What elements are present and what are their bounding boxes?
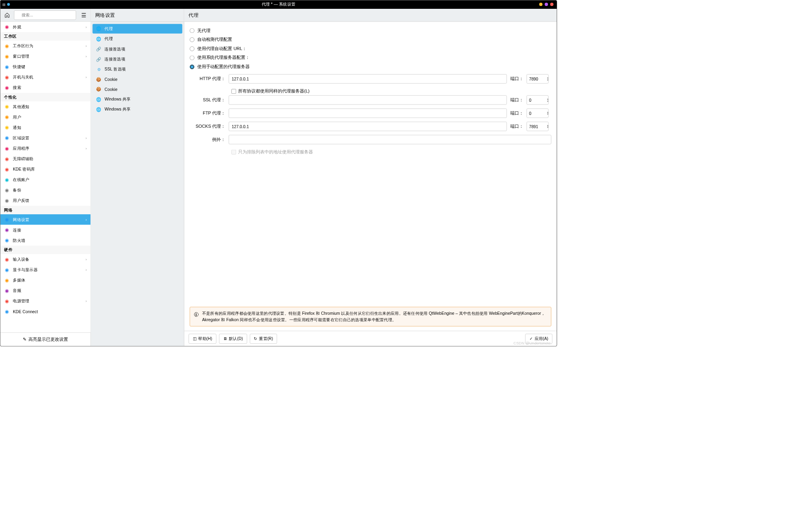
proxy-mode-radio-row[interactable]: 无代理 <box>190 26 551 35</box>
sidebar-item-label: 音频 <box>13 288 21 293</box>
hamburger-menu[interactable]: ☰ <box>79 10 88 20</box>
sidebar-item[interactable]: ◉无障碍辅助 <box>0 153 91 164</box>
ftp-proxy-input[interactable] <box>229 109 507 118</box>
sublist-icon: 🌐 <box>96 107 102 112</box>
sidebar-item[interactable]: ◉显卡与显示器› <box>0 265 91 275</box>
sidebar-item-label: 备份 <box>13 187 21 193</box>
page-title: 代理 <box>184 8 557 22</box>
sidebar-item[interactable]: ◉工作区行为› <box>0 41 91 51</box>
sidebar-item[interactable]: ◉电源管理› <box>0 296 91 306</box>
sidebar-item[interactable]: ◉多媒体 <box>0 275 91 286</box>
sublist-label: 连接首选项 <box>104 46 125 52</box>
sublist-icon: 🌐 <box>96 26 102 31</box>
sublist-item[interactable]: 🌐Windows 共享 <box>92 105 182 114</box>
help-button[interactable]: ◫帮助(H) <box>188 334 216 344</box>
http-proxy-input[interactable] <box>229 74 507 83</box>
sidebar-item[interactable]: ◉用户 <box>0 112 91 122</box>
sublist-item[interactable]: 🌐代理 <box>92 34 182 44</box>
app-menu-icon[interactable]: ▤ <box>2 2 10 6</box>
sublist-icon: 🔗 <box>96 57 102 62</box>
category-icon: ◉ <box>4 187 10 193</box>
sublist-item[interactable]: 🔗连接首选项 <box>92 44 182 54</box>
proxy-mode-radio[interactable] <box>190 28 194 33</box>
sidebar-item-label: KDE Connect <box>13 309 38 314</box>
sidebar-item[interactable]: ◉在线账户 <box>0 175 91 185</box>
document-icon: 🗎 <box>223 336 227 341</box>
chevron-right-icon: › <box>86 44 87 48</box>
sidebar-item-label: 在线账户 <box>13 177 29 182</box>
proxy-mode-radio-row[interactable]: 使用手动配置的代理服务器 <box>190 62 551 72</box>
sublist-label: Windows 共享 <box>104 97 130 102</box>
sidebar-item[interactable]: ◉窗口管理› <box>0 51 91 62</box>
sublist-item[interactable]: 🌐Windows 共享 <box>92 95 182 104</box>
sidebar-item[interactable]: ◉KDE 密码库 <box>0 164 91 175</box>
sidebar-section-header: 硬件 <box>0 245 91 254</box>
use-same-proxy-checkbox[interactable] <box>231 89 236 94</box>
home-button[interactable] <box>2 10 12 20</box>
defaults-button[interactable]: 🗎默认(D) <box>219 334 247 344</box>
exception-input[interactable] <box>229 135 551 144</box>
port-spinner[interactable]: ▴▾ <box>547 76 551 81</box>
sidebar-item[interactable]: ◉其他通知 <box>0 101 91 112</box>
http-proxy-label: HTTP 代理： <box>195 76 225 82</box>
sidebar-item[interactable]: ◉防火墙 <box>0 235 91 245</box>
reset-button[interactable]: ↻重置(R) <box>250 334 277 344</box>
sublist-label: 连接首选项 <box>104 56 125 62</box>
proxy-mode-radio[interactable] <box>190 37 194 42</box>
maximize-icon[interactable] <box>545 3 548 6</box>
chevron-right-icon: › <box>86 146 87 150</box>
mid-title: 网络设置 <box>91 8 184 22</box>
search-input[interactable] <box>14 10 76 20</box>
proxy-mode-radio[interactable] <box>190 56 194 60</box>
sublist-item[interactable]: 🍪Cookie <box>92 85 182 94</box>
sidebar-item[interactable]: ◉通知 <box>0 122 91 133</box>
sidebar-item[interactable]: ◉外观› <box>0 22 91 32</box>
sublist-label: 代理 <box>104 26 113 31</box>
minimize-icon[interactable] <box>539 3 542 6</box>
category-icon: ◉ <box>4 145 10 151</box>
sidebar-item[interactable]: ◉应用程序› <box>0 143 91 153</box>
sidebar-item-label: 用户 <box>13 115 21 120</box>
proxy-mode-radio-row[interactable]: 自动检测代理配置 <box>190 35 551 44</box>
ftp-port-input[interactable]: 0 <box>527 109 549 118</box>
proxy-mode-radio[interactable] <box>190 64 194 69</box>
sidebar-item[interactable]: ◉开机与关机› <box>0 72 91 82</box>
ssl-proxy-label: SSL 代理： <box>195 97 225 103</box>
sublist-item[interactable]: 🌐代理 <box>92 24 182 34</box>
sidebar-item[interactable]: ◉音频 <box>0 286 91 296</box>
sidebar-item-label: 工作区行为 <box>13 43 33 48</box>
sublist-item[interactable]: ⚙SSL 首选项 <box>92 64 182 74</box>
category-icon: ◉ <box>4 125 10 131</box>
sidebar-item[interactable]: ◉输入设备› <box>0 254 91 265</box>
sublist-item[interactable]: 🔗连接首选项 <box>92 54 182 64</box>
sidebar-item[interactable]: ◉用户反馈 <box>0 195 91 206</box>
category-icon: ◉ <box>4 135 10 141</box>
category-icon: ◉ <box>4 43 10 49</box>
ssl-port-input[interactable]: 0 <box>527 95 549 105</box>
proxy-mode-radio-row[interactable]: 使用系统代理服务器配置： <box>190 53 551 62</box>
sidebar-item[interactable]: ◉网络设置› <box>0 214 91 225</box>
proxy-mode-radio-row[interactable]: 使用代理自动配置 URL： <box>190 44 551 53</box>
category-icon: ◉ <box>4 308 10 314</box>
sidebar-item[interactable]: ◉KDE Connect <box>0 306 91 317</box>
sidebar-item-label: 连接 <box>13 227 21 233</box>
sidebar-item[interactable]: ◉区域设置› <box>0 133 91 143</box>
sidebar-item[interactable]: ◉连接 <box>0 225 91 235</box>
category-icon: ◉ <box>4 227 10 233</box>
http-port-input[interactable]: 7890 <box>527 74 549 83</box>
proxy-mode-radio[interactable] <box>190 46 194 51</box>
socks-proxy-input[interactable] <box>229 122 507 131</box>
close-icon[interactable] <box>550 3 553 6</box>
category-icon: ◉ <box>4 277 10 283</box>
sublist-label: Cookie <box>104 77 117 82</box>
sidebar-section-header: 工作区 <box>0 32 91 40</box>
radio-label: 使用系统代理服务器配置： <box>197 55 250 60</box>
highlight-changed-button[interactable]: ✎ 高亮显示已更改设置 <box>0 332 91 346</box>
socks-port-input[interactable]: 7891 <box>527 122 549 131</box>
sidebar-item[interactable]: ◉快捷键 <box>0 62 91 72</box>
sidebar-item[interactable]: ◉搜索 <box>0 82 91 93</box>
ssl-proxy-input[interactable] <box>229 95 507 105</box>
sidebar-section-header: 个性化 <box>0 93 91 101</box>
sublist-item[interactable]: 🍪Cookie <box>92 75 182 84</box>
sidebar-item[interactable]: ◉备份 <box>0 185 91 195</box>
